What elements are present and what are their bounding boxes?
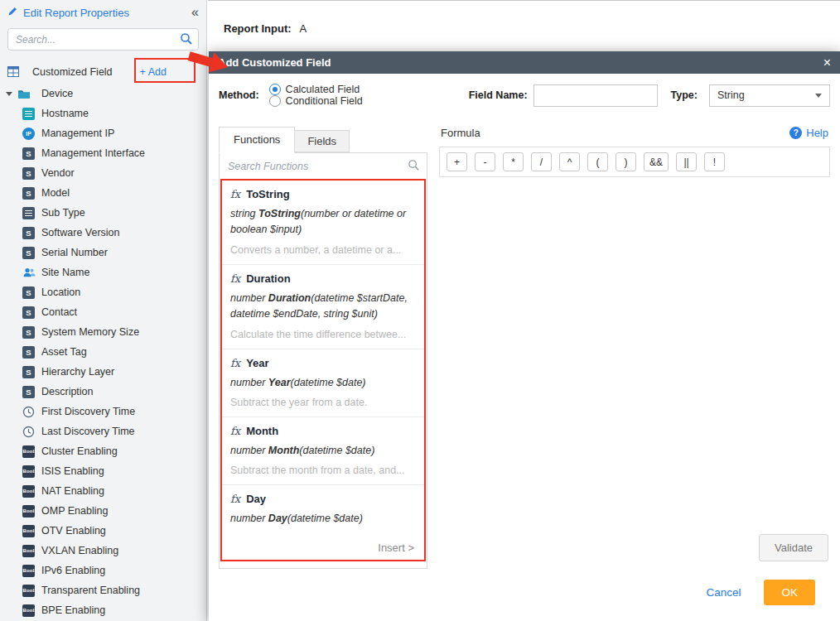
tree-item-system-memory-size[interactable]: SSystem Memory Size — [0, 322, 206, 342]
tree-item-site-name[interactable]: Site Name — [0, 262, 206, 282]
tree-expand-caret-icon[interactable] — [6, 92, 12, 96]
tree-item-hierarchy-layer[interactable]: SHierarchy Layer — [0, 362, 206, 382]
tree-item-cluster-enabling[interactable]: BoolCluster Enabling — [0, 441, 206, 461]
tree-item-vxlan-enabling[interactable]: BoolVXLAN Enabling — [0, 541, 206, 561]
tab-fields[interactable]: Fields — [295, 130, 350, 152]
operator-button[interactable]: ! — [704, 152, 725, 171]
fx-icon: fx — [230, 357, 240, 369]
tab-functions[interactable]: Functions — [219, 127, 295, 153]
tree-item-asset-tag[interactable]: SAsset Tag — [0, 342, 206, 362]
tree-item-contact[interactable]: SContact — [0, 302, 206, 322]
operator-button[interactable]: / — [531, 152, 552, 171]
tree-item-isis-enabling[interactable]: BoolISIS Enabling — [0, 461, 206, 481]
operator-button[interactable]: - — [475, 152, 495, 171]
tree-item-label: OMP Enabling — [41, 505, 108, 517]
report-input-row: Report Input: A — [208, 1, 840, 35]
tree-item-label: Transparent Enabling — [41, 585, 140, 596]
close-icon[interactable]: × — [823, 56, 831, 70]
insert-button[interactable]: Insert > — [378, 542, 414, 554]
tree-item-location[interactable]: SLocation — [0, 282, 206, 302]
help-icon: ? — [789, 127, 802, 139]
tree-item-software-version[interactable]: SSoftware Version — [0, 223, 206, 243]
boolean-field-icon: Bool — [22, 465, 35, 478]
operator-button[interactable]: + — [447, 152, 467, 171]
string-field-icon: S — [22, 227, 35, 239]
radio-label: Conditional Field — [286, 95, 363, 107]
function-signature: number Duration(datetime $startDate, dat… — [230, 291, 416, 323]
tree-item-transparent-enabling[interactable]: BoolTransparent Enabling — [0, 580, 206, 600]
function-name: Day — [246, 493, 266, 505]
tree-item-vendor[interactable]: SVendor — [0, 163, 206, 183]
tree-item-hostname[interactable]: Hostname — [0, 104, 206, 123]
tree-item-description[interactable]: SDescription — [0, 382, 206, 402]
tree-item-model[interactable]: SModel — [0, 183, 206, 203]
function-name: Year — [246, 357, 268, 369]
tree-item-omp-enabling[interactable]: BoolOMP Enabling — [0, 501, 206, 521]
tree-item-ipv6-enabling[interactable]: BoolIPv6 Enabling — [0, 561, 206, 580]
pencil-icon — [7, 5, 18, 20]
ok-button[interactable]: OK — [764, 580, 815, 605]
function-signature: number Day(datetime $date) — [230, 511, 416, 527]
tree-item-management-interface[interactable]: SManagement Interface — [0, 143, 206, 163]
device-field-tree: HostnameIPManagement IPSManagement Inter… — [0, 104, 206, 620]
function-item-month[interactable]: fxMonthnumber Month(datetime $date)Subtr… — [222, 417, 424, 485]
functions-panel: fxToStringstring ToString(number or date… — [219, 152, 427, 569]
tree-item-serial-number[interactable]: SSerial Number — [0, 243, 206, 262]
function-item-year[interactable]: fxYearnumber Year(datetime $date)Subtrac… — [222, 349, 424, 417]
formula-editor[interactable] — [439, 177, 830, 569]
function-item-duration[interactable]: fxDurationnumber Duration(datetime $star… — [222, 265, 424, 349]
method-radio-conditional-field[interactable]: Conditional Field — [269, 95, 363, 107]
operator-button[interactable]: * — [503, 152, 524, 171]
type-select[interactable]: String — [709, 84, 830, 107]
function-signature: string ToString(number or datetime or bo… — [230, 206, 416, 238]
tree-item-sub-type[interactable]: Sub Type — [0, 203, 206, 223]
tree-item-last-discovery-time[interactable]: Last Discovery Time — [0, 421, 206, 441]
string-field-icon: S — [22, 346, 35, 359]
tree-item-first-discovery-time[interactable]: First Discovery Time — [0, 402, 206, 421]
tree-item-label: VXLAN Enabling — [41, 545, 118, 556]
string-field-icon: S — [22, 386, 35, 398]
method-radio-calculated-field[interactable]: Calculated Field — [269, 84, 363, 95]
type-label: Type: — [671, 89, 698, 101]
validate-button[interactable]: Validate — [759, 534, 828, 561]
type-select-value: String — [717, 89, 745, 101]
operator-button[interactable]: ( — [587, 152, 608, 171]
function-search-input[interactable] — [220, 153, 427, 179]
sidebar-title: Edit Report Properties — [23, 7, 129, 19]
function-name: Month — [246, 425, 278, 437]
field-name-input[interactable] — [533, 84, 658, 107]
fx-icon: fx — [230, 272, 240, 285]
sidebar-search-input[interactable] — [7, 28, 199, 51]
formula-panel: Formula ? Help +-*/^()&&||! Validate — [439, 127, 830, 569]
boolean-field-icon: Bool — [22, 505, 35, 518]
operator-button[interactable]: || — [676, 152, 697, 171]
main-content-area: Report Input: A — [208, 0, 840, 51]
tree-item-management-ip[interactable]: IPManagement IP — [0, 123, 206, 143]
function-name: ToString — [246, 188, 289, 200]
add-customized-field-button[interactable]: + Add — [137, 65, 170, 79]
tree-item-label: System Memory Size — [41, 326, 139, 338]
cancel-button[interactable]: Cancel — [706, 586, 741, 599]
function-item-tostring[interactable]: fxToStringstring ToString(number or date… — [222, 181, 424, 265]
device-group-node[interactable]: Device — [0, 84, 206, 104]
operator-button[interactable]: ) — [616, 152, 636, 171]
tree-item-label: First Discovery Time — [41, 406, 135, 417]
site-icon — [22, 267, 36, 278]
function-item-day[interactable]: fxDaynumber Day(datetime $date) — [222, 485, 424, 536]
boolean-field-icon: Bool — [22, 565, 35, 577]
boolean-field-icon: Bool — [22, 485, 35, 498]
tree-item-label: Hostname — [41, 108, 89, 119]
collapse-panel-icon[interactable]: « — [191, 6, 199, 19]
operator-button[interactable]: ^ — [559, 152, 580, 171]
string-field-icon: S — [22, 167, 35, 180]
tree-item-otv-enabling[interactable]: BoolOTV Enabling — [0, 521, 206, 541]
chevron-down-icon — [815, 94, 822, 98]
function-description: Converts a number, a datetime or a... — [230, 244, 416, 256]
operator-button[interactable]: && — [644, 152, 669, 171]
help-link[interactable]: ? Help — [789, 127, 828, 139]
tree-item-nat-enabling[interactable]: BoolNAT Enabling — [0, 481, 206, 501]
function-list: fxToStringstring ToString(number or date… — [222, 181, 424, 536]
tree-item-bpe-enabling[interactable]: BoolBPE Enabling — [0, 600, 206, 620]
ip-icon: IP — [22, 128, 35, 140]
device-folder-icon — [17, 89, 31, 99]
